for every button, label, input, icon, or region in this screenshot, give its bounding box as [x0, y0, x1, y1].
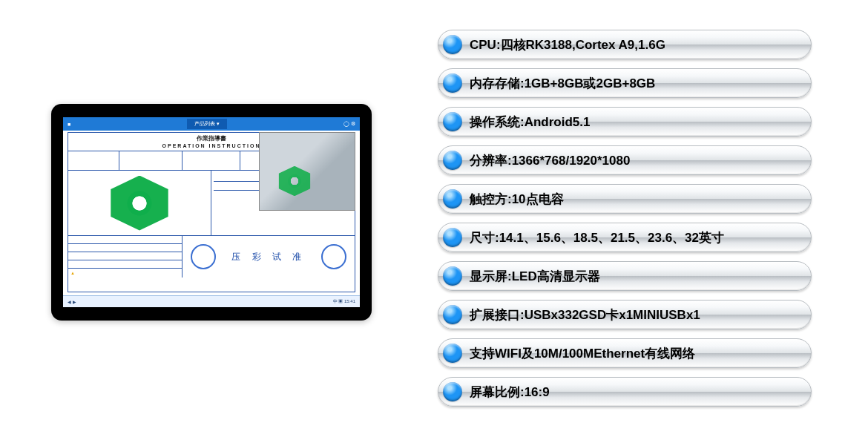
bullet-icon [443, 228, 462, 247]
bullet-icon [443, 151, 462, 170]
doc-title-cn: 作業指導書 [197, 135, 226, 142]
spec-item: 显示屏:LED高清显示器 [438, 261, 812, 291]
doc-stamp-area: 压 彩 试 准 [183, 236, 355, 278]
taskbar-left: ◀ ▶ [68, 299, 76, 304]
bullet-icon [443, 35, 462, 54]
topbar-left: ■ [68, 122, 70, 127]
bullet-icon [443, 382, 462, 401]
page-wrap: ■ 产品列表 ▾ ◯ ⚙ 作業指導書 OPERATION INSTRUCTION [0, 0, 868, 440]
doc-lower-row: ▲ 压 彩 试 准 [68, 236, 355, 278]
spec-item: 尺寸:14.1、15.6、18.5、21.5、23.6、32英寸 [438, 223, 812, 252]
spec-item: CPU:四核RK3188,Cortex A9,1.6G [438, 30, 812, 59]
spec-item: 屏幕比例:16:9 [438, 377, 812, 407]
stamp-text: 压 彩 试 准 [231, 251, 306, 263]
bullet-icon [443, 189, 462, 208]
product-image-area: ■ 产品列表 ▾ ◯ ⚙ 作業指導書 OPERATION INSTRUCTION [0, 0, 423, 440]
video-overlay [259, 132, 355, 211]
app-topbar: ■ 产品列表 ▾ ◯ ⚙ [63, 117, 360, 131]
tablet-screen: ■ 产品列表 ▾ ◯ ⚙ 作業指導書 OPERATION INSTRUCTION [63, 117, 360, 307]
spec-label: 操作系统:Android5.1 [470, 114, 590, 131]
taskbar-right: 中 ▣ 15:41 [333, 298, 355, 305]
spec-list: CPU:四核RK3188,Cortex A9,1.6G 内存存储:1GB+8GB… [423, 0, 868, 440]
bullet-icon [443, 305, 462, 324]
tablet-device: ■ 产品列表 ▾ ◯ ⚙ 作業指導書 OPERATION INSTRUCTION [51, 104, 372, 321]
spec-label: 支持WIFI及10M/100MEthernet有线网络 [470, 345, 695, 362]
spec-label: 显示屏:LED高清显示器 [470, 268, 600, 285]
spec-item: 操作系统:Android5.1 [438, 107, 812, 137]
stamp-seal-icon [321, 244, 346, 269]
pcb-icon [276, 166, 313, 197]
stamp-seal-icon [191, 244, 216, 269]
spec-label: 扩展接口:USBx332GSD卡x1MINIUSBx1 [470, 306, 700, 324]
topbar-right: ◯ ⚙ [343, 121, 355, 127]
spec-label: CPU:四核RK3188,Cortex A9,1.6G [470, 36, 665, 53]
spec-item: 扩展接口:USBx332GSD卡x1MINIUSBx1 [438, 300, 812, 329]
spec-item: 支持WIFI及10M/100MEthernet有线网络 [438, 338, 812, 368]
app-taskbar: ◀ ▶ 中 ▣ 15:41 [63, 295, 360, 307]
spec-label: 内存存储:1GB+8GB或2GB+8GB [470, 75, 655, 92]
bullet-icon [443, 344, 462, 363]
spec-label: 分辨率:1366*768/1920*1080 [470, 152, 630, 169]
doc-main-image [68, 171, 211, 235]
bullet-icon [443, 73, 462, 93]
spec-label: 触控方:10点电容 [470, 191, 564, 208]
pcb-icon [106, 176, 173, 231]
spec-label: 尺寸:14.1、15.6、18.5、21.5、23.6、32英寸 [470, 229, 724, 246]
doc-lower-left: ▲ [68, 236, 183, 278]
spec-item: 触控方:10点电容 [438, 184, 812, 214]
spec-item: 内存存储:1GB+8GB或2GB+8GB [438, 68, 812, 98]
topbar-tab: 产品列表 ▾ [187, 119, 227, 129]
spec-label: 屏幕比例:16:9 [470, 384, 550, 401]
warning-icon: ▲ [70, 271, 75, 275]
bullet-icon [443, 266, 462, 286]
doc-title-en: OPERATION INSTRUCTION [162, 143, 261, 148]
bullet-icon [443, 112, 462, 131]
spec-item: 分辨率:1366*768/1920*1080 [438, 145, 812, 175]
